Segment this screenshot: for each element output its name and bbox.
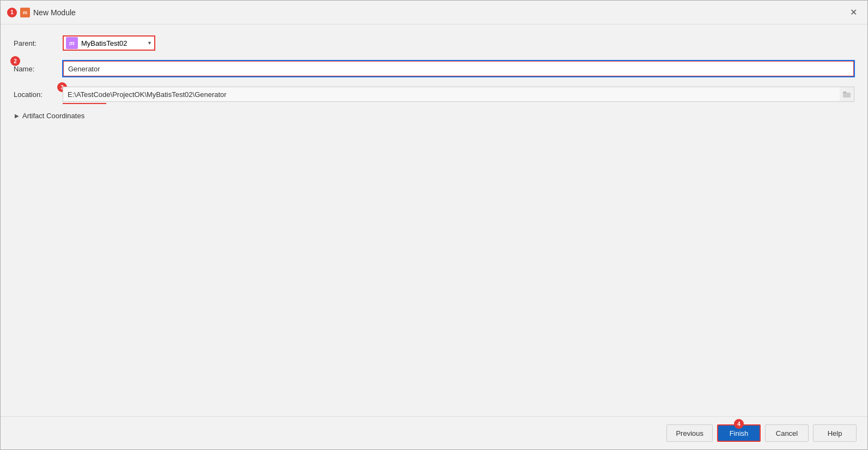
name-row: 2 Name: — [14, 60, 854, 77]
dialog-footer: Previous 4 Finish Cancel Help — [1, 416, 867, 449]
cancel-button[interactable]: Cancel — [765, 424, 809, 442]
close-button[interactable]: ✕ — [846, 5, 861, 20]
browse-button[interactable] — [840, 87, 854, 101]
location-underline — [63, 103, 106, 104]
new-module-dialog: 1 m New Module ✕ Parent: m MyBatisTest02… — [0, 0, 868, 450]
dialog-title: New Module — [33, 8, 76, 17]
name-input-wrapper — [63, 60, 854, 77]
svg-rect-2 — [843, 93, 851, 98]
title-bar: 1 m New Module ✕ — [1, 1, 867, 25]
location-label: Location: — [14, 90, 63, 99]
step-badge-1: 1 — [7, 8, 17, 17]
svg-text:m: m — [23, 10, 27, 15]
name-input[interactable] — [63, 60, 854, 77]
previous-button[interactable]: Previous — [666, 424, 713, 442]
parent-row: Parent: m MyBatisTest02 ▼ — [14, 35, 854, 51]
dialog-content: Parent: m MyBatisTest02 ▼ 2 Name: 3 L — [1, 25, 867, 416]
artifact-label: Artifact Coordinates — [22, 112, 84, 120]
location-input-wrapper — [63, 87, 854, 102]
parent-label: Parent: — [14, 39, 63, 47]
parent-select[interactable]: m MyBatisTest02 ▼ — [63, 35, 155, 51]
step-badge-2: 2 — [10, 56, 20, 66]
artifact-coordinates-section[interactable]: ▶ Artifact Coordinates — [14, 112, 854, 120]
step-badge-4: 4 — [734, 419, 744, 429]
artifact-arrow-icon: ▶ — [15, 113, 19, 119]
parent-value: MyBatisTest02 — [81, 39, 145, 47]
module-icon: m — [20, 8, 30, 17]
name-label: Name: — [14, 65, 63, 73]
folder-icon — [843, 91, 851, 98]
location-row: 3 Location: — [14, 87, 854, 102]
help-button[interactable]: Help — [813, 424, 857, 442]
title-bar-left: 1 m New Module — [7, 8, 76, 17]
parent-module-icon: m — [66, 37, 78, 49]
parent-dropdown-arrow: ▼ — [147, 40, 152, 46]
location-input[interactable] — [63, 87, 854, 102]
finish-wrapper: 4 Finish — [717, 424, 761, 442]
svg-rect-3 — [843, 92, 846, 93]
